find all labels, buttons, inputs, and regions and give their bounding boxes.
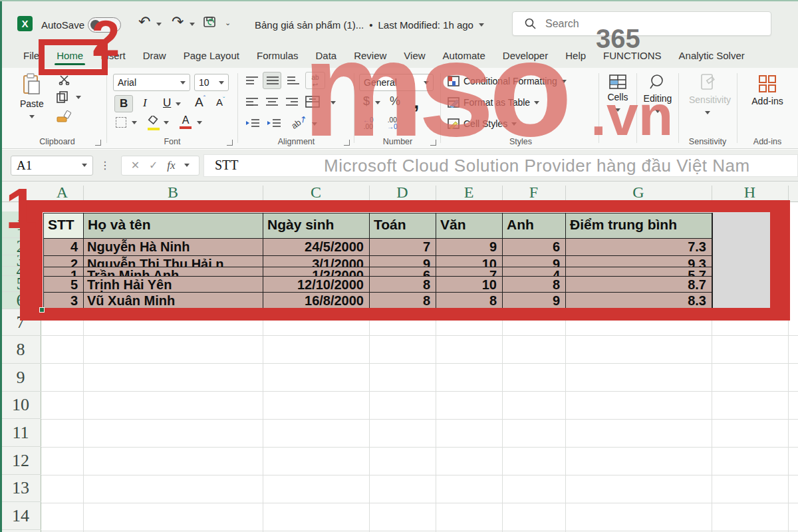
tab-page-layout[interactable]: Page Layout [175,45,248,66]
shrink-font-letter: A [216,96,223,108]
font-dialog-launcher-icon[interactable] [227,140,233,146]
copy-icon [56,90,69,104]
copy-button[interactable] [56,90,69,106]
annotation-step-1: 1 [5,180,37,237]
save-icon[interactable] [203,16,217,29]
font-size-select[interactable]: 10 [194,74,229,91]
fill-handle[interactable] [39,307,45,313]
formula-buttons: ✕ ✓ fx [121,156,200,176]
name-box-value: A1 [17,158,32,173]
watermark-365: 365 [596,25,640,52]
font-size-value: 10 [199,77,209,88]
annotation-red-frame [20,200,790,321]
row-header-11[interactable]: 11 [0,419,41,447]
font-color-letter: A [182,114,190,126]
tab-draw[interactable]: Draw [134,45,175,66]
font-name-select[interactable]: Arial [113,74,190,91]
undo-icon[interactable]: ↶ [138,15,150,29]
align-middle-icon [266,76,279,85]
fill-color-dropdown-icon[interactable] [164,121,169,124]
grow-font-button[interactable]: Aˆ [190,94,210,111]
row-header-12[interactable]: 12 [0,447,41,475]
borders-dropdown-icon[interactable] [132,121,137,124]
decrease-indent-icon[interactable] [245,118,260,128]
sensitivity-button: Sensitivity [689,73,726,117]
row-header-9[interactable]: 9 [0,364,41,392]
underline-button[interactable]: U [158,95,176,111]
fx-icon[interactable]: fx [167,159,175,172]
tab-analytic-solver[interactable]: Analytic Solver [670,45,753,66]
row-header-10[interactable]: 10 [0,392,41,419]
name-box[interactable]: A1 [11,156,93,176]
shrink-font-button[interactable]: Aˇ [211,95,229,109]
group-label-clipboard: Clipboard [12,137,102,146]
sensitivity-label: Sensitivity [689,94,726,105]
format-painter-icon[interactable] [56,109,72,124]
row-header-14[interactable]: 14 [0,502,41,530]
formula-content: STT [215,158,239,173]
paste-dropdown-icon[interactable] [29,115,35,118]
addins-icon [758,74,777,93]
row-header-8[interactable]: 8 [0,336,41,364]
excel-logo-icon[interactable]: X [17,16,33,31]
group-addins: Add-ins Add-ins [739,68,795,149]
align-middle-button[interactable] [263,72,281,89]
align-center-icon[interactable] [265,97,279,106]
window-edge [0,1,2,532]
paste-label: Paste [20,98,44,109]
annotation-step-2: 2 [92,13,120,64]
group-label-font: Font [110,137,234,146]
font-color-dropdown-icon[interactable] [197,121,202,124]
group-label-addins: Add-ins [739,137,795,146]
underline-dropdown-icon[interactable] [176,102,181,106]
redo-icon[interactable]: ↷ [172,15,184,29]
group-label-sensitivity: Sensitivity [681,137,734,146]
bold-button[interactable]: B [114,95,133,112]
paste-icon [22,73,42,96]
align-right-icon[interactable] [285,97,299,106]
namebox-splitter-icon[interactable]: ⋮ [100,159,110,172]
watermark-vn: .vn [591,86,673,144]
watermark-mso: mso [303,20,567,156]
tab-formulas[interactable]: Formulas [248,45,307,66]
search-input[interactable] [544,17,743,31]
sensitivity-icon [699,73,716,92]
fill-color-button[interactable] [148,116,160,130]
undo-dropdown-icon[interactable] [156,23,162,26]
cut-icon[interactable] [59,74,70,85]
clipboard-dialog-launcher-icon[interactable] [95,140,101,146]
align-left-icon[interactable] [245,97,259,106]
borders-icon[interactable] [116,117,126,128]
paste-button[interactable]: Paste [20,73,44,121]
excel-window: X AutoSave ↶ ↷ ⌄ Bảng giá sản phẩm (1)..… [0,0,798,532]
grow-font-letter: A [195,95,203,109]
redo-dropdown-icon[interactable] [190,23,195,26]
cancel-icon[interactable]: ✕ [131,159,140,172]
copy-dropdown-icon[interactable] [76,96,81,99]
addins-label: Add-ins [749,96,786,106]
font-name-value: Arial [118,77,136,88]
group-clipboard: Paste Clipboard [12,68,102,149]
row-header-13[interactable]: 13 [0,475,41,502]
font-color-button[interactable]: A [180,114,192,129]
align-bottom-icon[interactable] [287,76,300,85]
increase-indent-icon[interactable] [267,118,281,128]
quick-access-customize-icon[interactable]: ⌄ [225,19,231,27]
autosave-label: AutoSave [41,19,84,31]
enter-icon[interactable]: ✓ [149,159,158,172]
column-headers: A B C D E F G H [0,181,798,202]
addins-button[interactable]: Add-ins [749,74,786,106]
italic-button[interactable]: I [138,95,152,111]
align-top-icon[interactable] [245,76,259,85]
group-font: Arial 10 B I U Aˆ Aˇ A [110,68,234,149]
fill-color-icon [148,116,160,125]
group-sensitivity: Sensitivity Sensitivity [681,68,734,149]
